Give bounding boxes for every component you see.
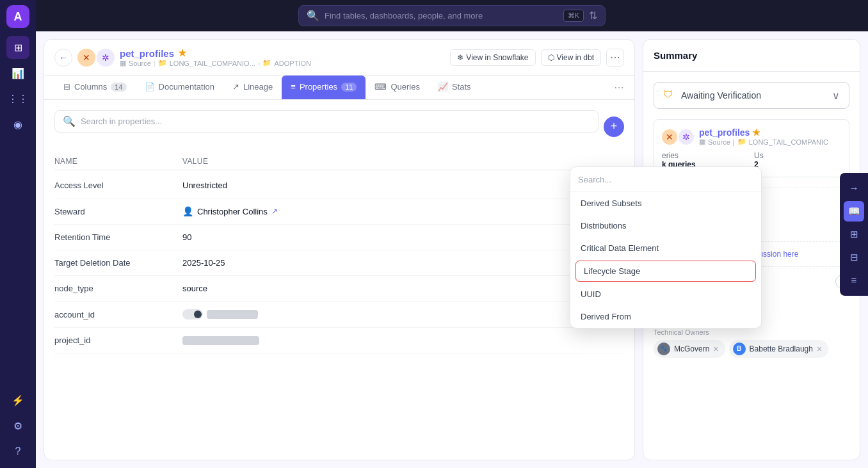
sidebar-item-chart[interactable]: 📊 [6,61,29,85]
search-props-icon: 🔍 [63,115,76,127]
search-kbd-hint: ⌘K [563,10,584,22]
external-link-icon[interactable]: ↗ [271,207,278,216]
dropdown-overlay: Derived Subsets Distributions Critical D… [570,166,762,328]
dropdown-item-derived-from[interactable]: Derived From [570,305,761,328]
prop-row-node-type: node_type source [54,276,624,302]
dropdown-item-distributions[interactable]: Distributions [570,214,761,237]
sidebar-item-home[interactable]: ⊞ [6,36,29,59]
sidebar-item-eye[interactable]: ◉ [6,113,29,136]
tabs-bar: ⊟ Columns 14 📄 Documentation ↗ Lineage ≡… [44,76,634,100]
sidebar-item-help[interactable]: ? [6,440,29,463]
breadcrumb-folder2-icon: 📁 [262,59,271,67]
table-header: ← ✕ ✲ pet_profiles ★ ▦ Source | 📁 L [44,40,634,76]
breadcrumb-folder-icon: 📁 [158,59,167,67]
sidebar-item-grid[interactable]: ⋮⋮ [6,87,29,110]
view-snowflake-button[interactable]: ❄ View in Snowflake [450,49,535,66]
props-table-header: Name Value [54,153,624,170]
sidebar-item-gear[interactable]: ⚙ [6,414,29,437]
table-title-area: pet_profiles ★ ▦ Source | 📁 LONG_TAIL_CO… [120,47,311,67]
avatar-mcgovern: 🐾 [657,343,670,355]
dropdown-search-container [570,167,761,192]
properties-content: 🔍 + Name Value Access Level Unrestricted [44,100,634,460]
tab-stats[interactable]: 📈 Stats [429,76,480,99]
search-bar-placeholder: Find tables, dashboards, people, and mor… [325,11,558,20]
table-breadcrumb: ▦ Source | 📁 LONG_TAIL_COMPANIO... › 📁 A… [120,59,311,67]
dropdown-item-derived-subsets[interactable]: Derived Subsets [570,192,761,214]
edge-table-icon[interactable]: ⊟ [844,247,864,268]
dropdown-search-input[interactable] [578,175,753,184]
props-search-row: 🔍 + [54,110,624,143]
tab-columns[interactable]: ⊟ Columns 14 [54,76,136,99]
table-panel: ← ✕ ✲ pet_profiles ★ ▦ Source | 📁 L [44,39,635,460]
top-bar: 🔍 Find tables, dashboards, people, and m… [36,0,868,31]
more-options-button[interactable]: ⋯ [606,49,624,67]
props-table: Name Value Access Level Unrestricted Ste… [54,153,624,353]
tab-lineage[interactable]: ↗ Lineage [223,76,282,99]
edge-arrow-right-icon[interactable]: → [844,178,864,198]
dbt-icon: ⬡ [548,53,554,62]
account-id-toggle[interactable] [182,309,203,319]
add-property-button[interactable]: + [604,117,624,137]
account-id-blurred [207,310,258,319]
chevron-down-icon: ∨ [832,90,840,102]
owner-chip-mcgovern: 🐾 McGovern × [654,340,725,358]
dropdown-item-uuid[interactable]: UUID [570,283,761,305]
global-search[interactable]: 🔍 Find tables, dashboards, people, and m… [298,5,606,26]
table-icon-orange: ✕ [77,49,95,67]
table-name: pet_profiles ★ [120,47,311,59]
project-id-blurred [182,336,259,345]
table-icons: ✕ ✲ [77,49,115,67]
header-actions: ❄ View in Snowflake ⬡ View in dbt ⋯ [450,49,624,67]
prop-row-target-deletion-date: Target Deletion Date 2025-10-25 [54,250,624,276]
edge-grid-icon[interactable]: ⊞ [844,224,864,245]
remove-mcgovern-button[interactable]: × [713,344,718,353]
right-panel-title: Summary [654,50,697,61]
settings-icon[interactable]: ⇅ [589,10,597,22]
remove-babette-button[interactable]: × [817,344,822,353]
verification-badge[interactable]: 🛡 Awaiting Verification ∨ [654,82,849,109]
dropdown-item-critical-data-element[interactable]: Critical Data Element [570,237,761,259]
search-props-input[interactable] [81,117,590,126]
resource-star-icon: ★ [752,127,760,138]
dropdown-item-lifecycle-stage[interactable]: Lifecycle Stage [575,261,756,282]
prop-row-access-level: Access Level Unrestricted [54,173,624,198]
resource-icon-purple: ✲ [679,129,694,145]
user-icon: 👤 [182,206,193,216]
search-icon: 🔍 [307,10,319,22]
resource-breadcrumb: ▦ Source | 📁 LONG_TAIL_COMPANIC [699,138,828,146]
table-icon-purple: ✲ [97,49,115,67]
resource-icon-orange: ✕ [662,129,677,145]
resource-name: pet_profiles ★ [699,127,828,138]
shield-icon: 🛡 [663,89,676,102]
snowflake-icon: ❄ [457,53,463,62]
search-props-container: 🔍 [54,110,599,133]
sidebar-item-bolt[interactable]: ⚡ [6,389,29,412]
tab-properties[interactable]: ≡ Properties 11 [282,76,366,99]
avatar-babette: B [733,343,746,355]
prop-row-project-id: project_id [54,328,624,353]
sidebar: A ⊞ 📊 ⋮⋮ ◉ ⚡ ⚙ ? [0,0,36,468]
verification-text: Awaiting Verification [681,90,761,101]
owner-chip-babette: B Babette Bradlaugh × [729,340,829,358]
view-dbt-button[interactable]: ⬡ View in dbt [541,49,601,66]
users-stat: Us 2 [754,151,841,169]
edge-book-icon[interactable]: 📖 [844,201,864,222]
sidebar-logo[interactable]: A [6,5,29,28]
tabs-more-button[interactable]: ⋯ [614,81,624,93]
edge-list-icon[interactable]: ≡ [844,270,864,291]
tab-documentation[interactable]: 📄 Documentation [136,76,223,99]
breadcrumb-db-icon: ▦ [120,59,126,67]
star-icon[interactable]: ★ [178,47,186,59]
prop-row-account-id: account_id [54,302,624,328]
back-button[interactable]: ← [54,49,72,67]
prop-row-retention-time: Retention Time 90 [54,225,624,250]
tab-queries[interactable]: ⌨ Queries [366,76,429,99]
technical-owners-label: Technical Owners [654,328,849,336]
right-panel-header: Summary [643,40,860,72]
prop-row-steward: Steward 👤 Christopher Collins ↗ [54,198,624,225]
right-edge-icons: → 📖 ⊞ ⊟ ≡ [840,173,868,296]
technical-owner-chips: 🐾 McGovern × B Babette Bradlaugh × [654,340,849,358]
